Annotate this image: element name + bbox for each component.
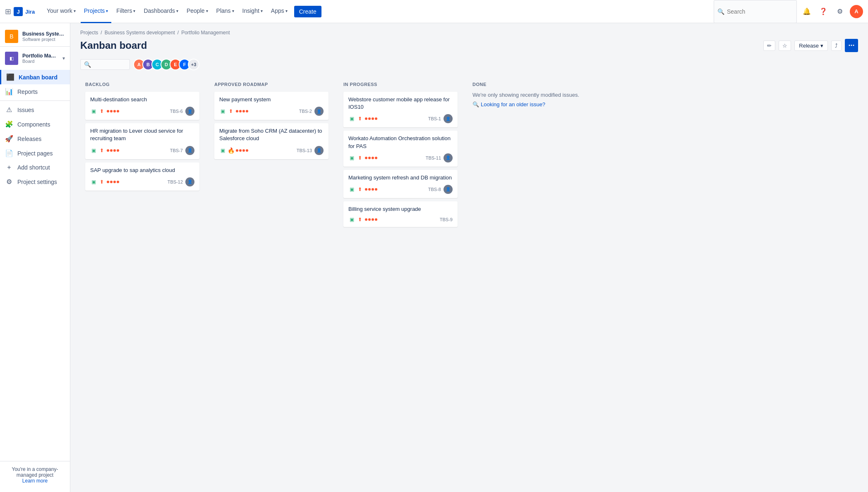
nav-projects[interactable]: Projects ▾: [81, 0, 112, 23]
learn-more-link[interactable]: Learn more: [22, 478, 48, 484]
story-points: [107, 110, 119, 112]
card-tbs-7[interactable]: HR migration to Lever cloud service for …: [85, 123, 199, 159]
story-points: [365, 188, 377, 191]
card-tbs-9[interactable]: Billing service system upgrade ▣ ⬆ TBS-9: [343, 201, 458, 227]
story-points: [365, 218, 377, 221]
svg-text:J: J: [17, 9, 19, 15]
avatar-count[interactable]: +3: [188, 59, 199, 70]
chevron-down-icon: ▾: [133, 9, 135, 13]
story-icon: ▣: [219, 108, 226, 115]
share-icon: ⤴: [835, 43, 838, 49]
settings-button[interactable]: ⚙: [833, 5, 846, 18]
sidebar-project-2[interactable]: ◧ Portfolio Manage... Board ▾: [0, 48, 70, 68]
svg-text:Jira: Jira: [25, 9, 35, 15]
card-tbs-6[interactable]: Multi-destination search ▣ ⬆ TBS-6 👤: [85, 92, 199, 120]
more-options-button[interactable]: ···: [845, 39, 858, 52]
grid-icon: ⊞: [5, 7, 11, 16]
chevron-down-icon: ▾: [106, 9, 108, 13]
nav-right-actions: 🔍 🔔 ❓ ⚙ A: [714, 0, 863, 23]
breadcrumb-portfolio[interactable]: Portfolio Management: [181, 30, 230, 36]
nav-insight[interactable]: Insight ▾: [239, 0, 266, 23]
story-icon: ▣: [219, 147, 226, 154]
chevron-down-icon: ▾: [62, 55, 65, 61]
user-avatar[interactable]: A: [850, 5, 863, 18]
nav-filters[interactable]: Filters ▾: [113, 0, 139, 23]
chevron-down-icon: ▾: [232, 9, 234, 13]
assignee-avatar: 👤: [185, 177, 194, 186]
card-tbs-13[interactable]: Migrate from Soho CRM (AZ datacenter) to…: [214, 123, 328, 159]
settings-icon: ⚙: [5, 178, 13, 186]
card-tbs-11[interactable]: Workato Automation Orchestration solutio…: [343, 131, 458, 166]
share-button[interactable]: ⤴: [831, 41, 842, 51]
assignee-avatar: 👤: [314, 107, 324, 116]
sidebar-item-issues[interactable]: ⚠ Issues: [0, 103, 70, 117]
story-points: [365, 117, 377, 120]
breadcrumb-projects[interactable]: Projects: [80, 30, 98, 36]
story-icon: ▣: [90, 147, 97, 154]
story-points: [107, 181, 119, 183]
sidebar-item-add-shortcut[interactable]: + Add shortcut: [0, 160, 70, 174]
chevron-down-icon: ▾: [261, 9, 263, 13]
issues-icon: ⚠: [5, 106, 13, 114]
help-button[interactable]: ❓: [817, 5, 830, 18]
sidebar-item-releases[interactable]: 🚀 Releases: [0, 131, 70, 146]
edit-button[interactable]: ✏: [763, 41, 775, 51]
breadcrumb-bsd[interactable]: Business Systems development: [105, 30, 175, 36]
board-search[interactable]: 🔍: [80, 59, 130, 70]
app-logo[interactable]: ⊞ J Jira: [5, 7, 38, 16]
sidebar-item-project-pages[interactable]: 📄 Project pages: [0, 146, 70, 160]
column-header-approved: APPROVED ROADMAP: [214, 82, 328, 87]
top-navigation: ⊞ J Jira Your work ▾ Projects ▾ Filters …: [0, 0, 868, 23]
project-1-icon: B: [5, 30, 18, 43]
create-button[interactable]: Create: [294, 6, 321, 17]
card-tbs-1[interactable]: Webstore customer mobile app release for…: [343, 92, 458, 127]
page-header: Kanban board ✏ ☆ Release ▾ ⤴ ···: [80, 39, 858, 52]
more-icon: ···: [848, 41, 854, 50]
nav-apps[interactable]: Apps ▾: [268, 0, 291, 23]
card-tbs-12[interactable]: SAP upgrade to sap analytics cloud ▣ ⬆ T…: [85, 162, 199, 191]
board-search-input[interactable]: [93, 62, 126, 68]
add-icon: +: [5, 164, 13, 171]
sidebar-project-1[interactable]: B Business Systems dev... Software proje…: [0, 26, 70, 47]
sidebar-item-components[interactable]: 🧩 Components: [0, 117, 70, 131]
board-icon: ⬛: [6, 73, 14, 81]
components-icon: 🧩: [5, 120, 13, 128]
priority-icon: ⬆: [228, 108, 234, 115]
notifications-button[interactable]: 🔔: [800, 5, 813, 18]
assignee-avatar: 👤: [444, 153, 453, 162]
assignee-avatar: 👤: [314, 146, 324, 155]
release-label: Release: [799, 43, 819, 49]
priority-icon: ⬆: [98, 179, 105, 185]
nav-people[interactable]: People ▾: [183, 0, 211, 23]
nav-plans[interactable]: Plans ▾: [213, 0, 237, 23]
story-icon: ▣: [348, 186, 355, 193]
search-input[interactable]: [727, 8, 793, 15]
avatar-group: A B C D E F +3: [133, 59, 199, 70]
release-button[interactable]: Release ▾: [794, 41, 828, 51]
column-approved: APPROVED ROADMAP New payment system ▣ ⬆ …: [209, 77, 333, 167]
project-2-info: Portfolio Manage... Board: [22, 53, 58, 64]
star-button[interactable]: ☆: [779, 41, 791, 51]
priority-icon: ⬆: [98, 108, 105, 115]
board-filters: 🔍 A B C D E F +3: [80, 59, 858, 70]
project-2-icon: ◧: [5, 52, 18, 65]
card-tbs-8[interactable]: Marketing system refresh and DB migratio…: [343, 170, 458, 198]
story-icon: ▣: [348, 155, 355, 161]
breadcrumb: Projects / Business Systems development …: [80, 30, 858, 36]
chevron-down-icon: ▾: [176, 9, 178, 13]
card-tbs-2[interactable]: New payment system ▣ ⬆ TBS-2 👤: [214, 92, 328, 120]
chevron-down-icon: ▾: [74, 9, 76, 13]
story-points: [236, 149, 248, 152]
column-header-done: DONE: [472, 82, 587, 87]
sidebar-item-project-settings[interactable]: ⚙ Project settings: [0, 174, 70, 189]
global-search[interactable]: 🔍: [714, 0, 797, 23]
priority-icon: ⬆: [357, 115, 363, 122]
svg-text:◧: ◧: [10, 56, 14, 61]
story-icon: ▣: [348, 115, 355, 122]
sidebar-item-kanban-board[interactable]: ⬛ Kanban board: [0, 70, 70, 84]
page-title: Kanban board: [80, 40, 147, 51]
older-issues-link[interactable]: 🔍 Looking for an older issue?: [472, 101, 587, 107]
nav-your-work[interactable]: Your work ▾: [43, 0, 79, 23]
sidebar-item-reports[interactable]: 📊 Reports: [0, 84, 70, 99]
nav-dashboards[interactable]: Dashboards ▾: [140, 0, 182, 23]
